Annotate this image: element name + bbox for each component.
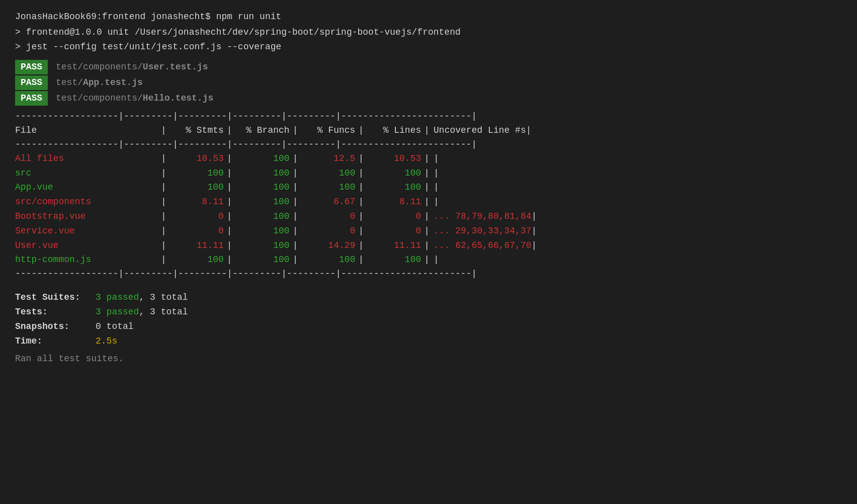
row-lines: 0 bbox=[364, 224, 424, 238]
row-lines: 0 bbox=[364, 209, 424, 224]
row-file: User.vue bbox=[15, 238, 161, 253]
header-uncovered: Uncovered Line #s bbox=[430, 123, 526, 138]
pass-line-1: PASS test/components/User.test.js bbox=[15, 60, 842, 74]
table-row: All files | 10.53 | 100 | 12.5 | 10.53 |… bbox=[15, 151, 842, 166]
pass-path-1: test/components/User.test.js bbox=[56, 60, 208, 74]
row-funcs: 100 bbox=[298, 166, 358, 181]
table-row: Service.vue | 0 | 100 | 0 | 0 | ... 29,3… bbox=[15, 224, 842, 238]
row-stmts: 0 bbox=[166, 209, 227, 224]
row-funcs: 0 bbox=[298, 209, 358, 224]
row-file: App.vue bbox=[15, 180, 161, 195]
row-lines: 11.11 bbox=[364, 238, 424, 253]
table-header-row: File | % Stmts | % Branch | % Funcs | % … bbox=[15, 123, 842, 138]
row-file: Service.vue bbox=[15, 224, 161, 238]
row-uncovered bbox=[430, 166, 434, 181]
table-row: Bootstrap.vue | 0 | 100 | 0 | 0 | ... 78… bbox=[15, 209, 842, 224]
row-funcs: 100 bbox=[298, 180, 358, 195]
row-uncovered bbox=[430, 195, 434, 209]
divider-mid: -------------------|---------|---------|… bbox=[15, 138, 842, 151]
row-stmts: 10.53 bbox=[166, 151, 227, 166]
prompt-line: JonasHackBook69:frontend jonashecht$ npm… bbox=[15, 10, 842, 24]
pass-badge-1: PASS bbox=[15, 60, 48, 74]
time-val: 2.5s bbox=[96, 336, 117, 346]
row-lines: 100 bbox=[364, 253, 424, 267]
pass-badge-2: PASS bbox=[15, 75, 48, 90]
ran-all-line: Ran all test suites. bbox=[15, 352, 842, 366]
row-file: All files bbox=[15, 151, 161, 166]
summary-suites: Test Suites: 3 passed, 3 total bbox=[15, 291, 842, 304]
table-row: src/components | 8.11 | 100 | 6.67 | 8.1… bbox=[15, 195, 842, 209]
terminal: JonasHackBook69:frontend jonashecht$ npm… bbox=[15, 10, 842, 366]
row-funcs: 100 bbox=[298, 253, 358, 267]
summary-block: Test Suites: 3 passed, 3 total Tests: 3 … bbox=[15, 291, 842, 366]
row-file: src/components bbox=[15, 195, 161, 209]
table-row: src | 100 | 100 | 100 | 100 | | bbox=[15, 166, 842, 181]
header-branch: % Branch bbox=[232, 123, 293, 138]
tests-total: , 3 total bbox=[139, 307, 188, 317]
row-branch: 100 bbox=[232, 209, 293, 224]
suites-total: , 3 total bbox=[139, 292, 188, 302]
prompt-text: JonasHackBook69:frontend jonashecht$ npm… bbox=[15, 12, 281, 22]
table-row: App.vue | 100 | 100 | 100 | 100 | | bbox=[15, 180, 842, 195]
row-lines: 8.11 bbox=[364, 195, 424, 209]
header-lines: % Lines bbox=[364, 123, 424, 138]
table-row: User.vue | 11.11 | 100 | 14.29 | 11.11 |… bbox=[15, 238, 842, 253]
pass-line-2: PASS test/App.test.js bbox=[15, 75, 842, 90]
subcmd2: > jest --config test/unit/jest.conf.js -… bbox=[15, 40, 842, 54]
time-label: Time: bbox=[15, 334, 96, 348]
row-branch: 100 bbox=[232, 253, 293, 267]
subcmd1: > frontend@1.0.0 unit /Users/jonashecht/… bbox=[15, 26, 842, 39]
row-branch: 100 bbox=[232, 195, 293, 209]
pass-line-3: PASS test/components/Hello.test.js bbox=[15, 91, 842, 106]
row-uncovered: ... 78,79,80,81,84 bbox=[430, 209, 531, 224]
row-stmts: 8.11 bbox=[166, 195, 227, 209]
row-stmts: 0 bbox=[166, 224, 227, 238]
suites-value: 3 passed, 3 total bbox=[96, 291, 188, 304]
row-lines: 100 bbox=[364, 180, 424, 195]
row-uncovered: ... 29,30,33,34,37 bbox=[430, 224, 531, 238]
coverage-table: -------------------|---------|---------|… bbox=[15, 110, 842, 281]
header-funcs: % Funcs bbox=[298, 123, 358, 138]
pass-badge-3: PASS bbox=[15, 91, 48, 106]
row-branch: 100 bbox=[232, 224, 293, 238]
row-funcs: 6.67 bbox=[298, 195, 358, 209]
pass-path-2: test/App.test.js bbox=[56, 76, 143, 90]
summary-tests: Tests: 3 passed, 3 total bbox=[15, 305, 842, 319]
row-file: src bbox=[15, 166, 161, 181]
row-branch: 100 bbox=[232, 238, 293, 253]
row-funcs: 0 bbox=[298, 224, 358, 238]
row-funcs: 14.29 bbox=[298, 238, 358, 253]
pass-block: PASS test/components/User.test.js PASS t… bbox=[15, 60, 842, 106]
row-file: Bootstrap.vue bbox=[15, 209, 161, 224]
row-lines: 10.53 bbox=[364, 151, 424, 166]
row-stmts: 11.11 bbox=[166, 238, 227, 253]
summary-time: Time: 2.5s bbox=[15, 334, 842, 348]
tests-label: Tests: bbox=[15, 305, 96, 319]
row-stmts: 100 bbox=[166, 166, 227, 181]
suites-passed: 3 passed bbox=[96, 292, 139, 302]
table-rows: All files | 10.53 | 100 | 12.5 | 10.53 |… bbox=[15, 151, 842, 267]
header-stmts: % Stmts bbox=[166, 123, 227, 138]
divider-bottom: -------------------|---------|---------|… bbox=[15, 267, 842, 281]
row-branch: 100 bbox=[232, 151, 293, 166]
row-branch: 100 bbox=[232, 166, 293, 181]
summary-snapshots: Snapshots: 0 total bbox=[15, 320, 842, 333]
suites-label: Test Suites: bbox=[15, 291, 96, 304]
time-value: 2.5s bbox=[96, 334, 117, 348]
row-stmts: 100 bbox=[166, 180, 227, 195]
divider-top: -------------------|---------|---------|… bbox=[15, 110, 842, 123]
row-stmts: 100 bbox=[166, 253, 227, 267]
pass-path-3: test/components/Hello.test.js bbox=[56, 92, 213, 105]
row-lines: 100 bbox=[364, 166, 424, 181]
row-file: http-common.js bbox=[15, 253, 161, 267]
row-uncovered bbox=[430, 253, 434, 267]
row-uncovered bbox=[430, 180, 434, 195]
row-branch: 100 bbox=[232, 180, 293, 195]
tests-value: 3 passed, 3 total bbox=[96, 305, 188, 319]
tests-passed: 3 passed bbox=[96, 307, 139, 317]
snapshots-label: Snapshots: bbox=[15, 320, 96, 333]
header-file: File bbox=[15, 123, 161, 138]
row-uncovered bbox=[430, 151, 434, 166]
row-uncovered: ... 62,65,66,67,70 bbox=[430, 238, 531, 253]
row-funcs: 12.5 bbox=[298, 151, 358, 166]
